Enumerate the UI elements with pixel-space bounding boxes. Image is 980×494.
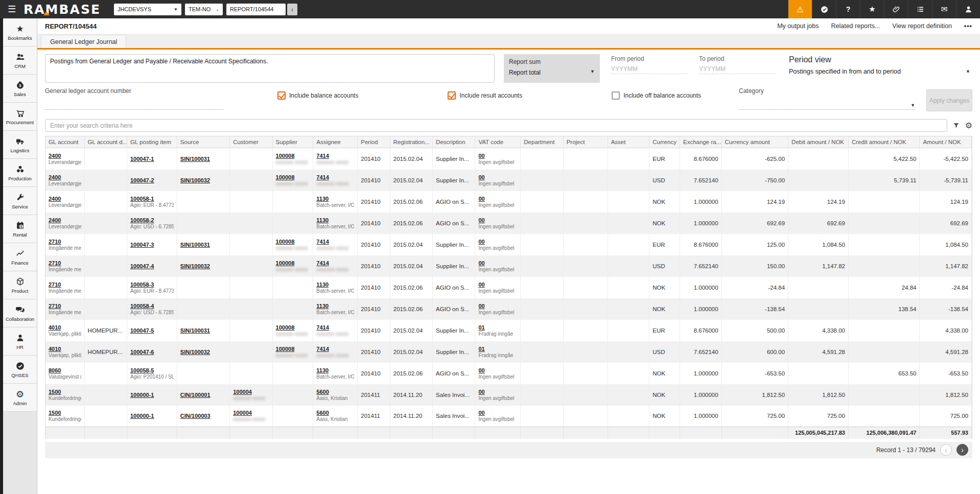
link-source[interactable]: SIN/100031 bbox=[180, 327, 210, 334]
column-header-description[interactable]: Description bbox=[433, 136, 475, 148]
link-assignee[interactable]: 7414 bbox=[316, 324, 329, 331]
profile-icon[interactable] bbox=[956, 0, 980, 18]
link-assignee[interactable]: 1130 bbox=[316, 367, 329, 373]
link-assignee[interactable]: 1130 bbox=[316, 303, 329, 309]
attachments-icon[interactable] bbox=[884, 0, 908, 18]
sidebar-item-collaboration[interactable]: Collaboration bbox=[3, 299, 37, 327]
link-vat[interactable]: 00 bbox=[478, 389, 484, 395]
back-button[interactable]: ‹ bbox=[287, 4, 297, 15]
column-header-currency_amount[interactable]: Currency amount bbox=[721, 136, 788, 148]
link-gl[interactable]: 2400 bbox=[49, 196, 61, 202]
related-reports-link[interactable]: Related reports... bbox=[831, 22, 880, 30]
link-gl[interactable]: 1500 bbox=[49, 389, 61, 395]
link-source[interactable]: CIN/100001 bbox=[180, 392, 211, 398]
column-header-gl_desc[interactable]: GL account d... bbox=[84, 136, 127, 148]
column-header-currency[interactable]: Currency bbox=[649, 136, 680, 148]
link-vat[interactable]: 00 bbox=[478, 410, 484, 416]
apply-changes-button[interactable]: Apply changes bbox=[926, 89, 972, 111]
from-period-input[interactable] bbox=[611, 62, 688, 74]
column-header-gl[interactable]: GL account bbox=[45, 136, 84, 148]
table-row[interactable]: 2710Inngående merv100058-3Agio: EUR - 8.… bbox=[45, 277, 972, 298]
column-header-vat[interactable]: VAT code bbox=[475, 136, 521, 148]
messages-icon[interactable]: ✉ bbox=[932, 0, 956, 18]
link-assignee[interactable]: 7414 bbox=[316, 153, 329, 159]
link-posting[interactable]: 100047-6 bbox=[130, 349, 154, 355]
task-list-icon[interactable] bbox=[908, 0, 932, 18]
link-gl[interactable]: 1500 bbox=[49, 410, 61, 416]
link-vat[interactable]: 00 bbox=[478, 239, 484, 245]
link-gl[interactable]: 2710 bbox=[49, 260, 61, 266]
column-header-source[interactable]: Source bbox=[177, 136, 229, 148]
table-row[interactable]: 2710Inngående merv100058-4Agio: USD - 6.… bbox=[45, 298, 972, 320]
sidebar-item-qhses[interactable]: QHSES bbox=[3, 356, 37, 384]
search-input[interactable] bbox=[45, 119, 947, 132]
link-assignee[interactable]: 1130 bbox=[316, 281, 329, 288]
link-posting[interactable]: 100058-1 bbox=[130, 196, 154, 202]
link-source[interactable]: SIN/100032 bbox=[180, 177, 210, 183]
link-customer[interactable]: 100004 bbox=[233, 410, 252, 416]
link-source[interactable]: SIN/100032 bbox=[180, 263, 210, 269]
link-gl[interactable]: 2710 bbox=[49, 303, 61, 309]
approval-badge-icon[interactable] bbox=[812, 0, 836, 18]
link-supplier[interactable]: 100008 bbox=[276, 346, 295, 352]
table-row[interactable]: 2400Leverandørgjeld100058-1Agio: EUR - 8… bbox=[45, 191, 972, 213]
sidebar-item-crm[interactable]: CRM bbox=[3, 46, 37, 75]
table-row[interactable]: 4010Vaerkjøp, pliktigHOMEPUR...100047-6S… bbox=[45, 341, 972, 363]
table-row[interactable]: 1500Kundefordringe100000-1CIN/1000031000… bbox=[45, 406, 972, 427]
sidebar-item-finance[interactable]: Finance bbox=[3, 243, 37, 271]
filter-icon[interactable] bbox=[952, 122, 960, 129]
tab-general-ledger-journal[interactable]: General Ledger Journal bbox=[41, 35, 126, 48]
link-posting[interactable]: 100047-4 bbox=[130, 263, 154, 269]
sidebar-item-product[interactable]: Product bbox=[3, 271, 37, 299]
module-select[interactable]: TEM-NO ⌄ bbox=[185, 4, 223, 15]
link-source[interactable]: SIN/100031 bbox=[180, 156, 210, 162]
column-header-supplier[interactable]: Supplier bbox=[272, 136, 313, 148]
sidebar-item-rental[interactable]: $Rental bbox=[3, 215, 37, 243]
column-header-registration[interactable]: Registration... bbox=[390, 136, 432, 148]
table-row[interactable]: 2400Leverandørgjeld100047-1SIN/100031100… bbox=[45, 148, 972, 170]
table-row[interactable]: 4010Vaerkjøp, pliktigHOMEPUR...100047-5S… bbox=[45, 320, 972, 341]
sidebar-item-production[interactable]: Production bbox=[3, 159, 37, 187]
link-vat[interactable]: 00 bbox=[478, 174, 484, 180]
link-posting[interactable]: 100047-1 bbox=[130, 156, 154, 162]
link-vat[interactable]: 00 bbox=[478, 303, 484, 309]
link-vat[interactable]: 00 bbox=[478, 153, 484, 159]
help-icon[interactable]: ? bbox=[836, 0, 860, 18]
column-header-assignee[interactable]: Assignee bbox=[313, 136, 358, 148]
more-options-icon[interactable]: ••• bbox=[964, 22, 972, 30]
link-source[interactable]: SIN/100032 bbox=[180, 349, 210, 355]
sidebar-item-bookmarks[interactable]: ★Bookmarks bbox=[3, 18, 37, 46]
sidebar-item-service[interactable]: Service bbox=[3, 187, 37, 215]
my-output-jobs-link[interactable]: My output jobs bbox=[777, 22, 819, 30]
alerts-warning-icon[interactable]: ⚠ bbox=[788, 0, 812, 18]
link-gl[interactable]: 2400 bbox=[49, 174, 61, 180]
report-sum-dropdown[interactable]: Report sum Report total ▼ bbox=[504, 54, 600, 83]
link-vat[interactable]: 00 bbox=[478, 367, 484, 373]
column-header-posting[interactable]: GL posting item bbox=[127, 136, 177, 148]
column-header-department[interactable]: Department bbox=[521, 136, 563, 148]
link-vat[interactable]: 00 bbox=[478, 217, 484, 223]
checkbox-include-result-accounts[interactable]: Include result accounts bbox=[448, 91, 522, 100]
link-supplier[interactable]: 100008 bbox=[276, 153, 295, 159]
link-vat[interactable]: 00 bbox=[478, 260, 484, 266]
link-gl[interactable]: 4010 bbox=[49, 346, 61, 352]
view-report-definition-link[interactable]: View report definition bbox=[892, 22, 952, 30]
column-header-amount[interactable]: Amount / NOK bbox=[920, 136, 972, 148]
sidebar-item-logistics[interactable]: Logistics bbox=[3, 131, 37, 159]
link-supplier[interactable]: 100008 bbox=[276, 260, 295, 266]
link-posting[interactable]: 100058-2 bbox=[130, 217, 154, 223]
column-header-asset[interactable]: Asset bbox=[608, 136, 649, 148]
link-vat[interactable]: 01 bbox=[478, 324, 484, 331]
column-header-period[interactable]: Period bbox=[358, 136, 390, 148]
link-assignee[interactable]: 1130 bbox=[316, 217, 329, 223]
link-posting[interactable]: 100058-4 bbox=[130, 303, 154, 309]
checkbox-include-off-balance-accounts[interactable]: Include off balance accounts bbox=[612, 91, 701, 100]
link-assignee[interactable]: 1130 bbox=[316, 196, 329, 202]
column-header-exchange[interactable]: Exchange ra... bbox=[680, 136, 722, 148]
period-view-dropdown[interactable]: Period view Postings specified in from a… bbox=[789, 54, 972, 83]
link-vat[interactable]: 00 bbox=[478, 281, 484, 288]
system-select[interactable]: JHCDEVSYS ▼ bbox=[114, 4, 181, 15]
link-supplier[interactable]: 100008 bbox=[276, 174, 295, 180]
link-gl[interactable]: 2710 bbox=[49, 239, 61, 245]
table-row[interactable]: 2710Inngående merv100047-4SIN/1000321000… bbox=[45, 255, 972, 277]
